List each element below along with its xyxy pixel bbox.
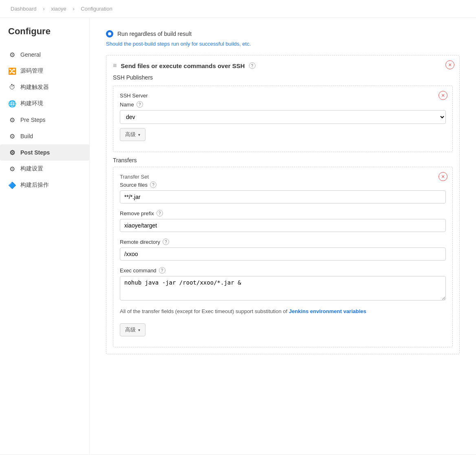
breadcrumb-sep2: › [73,6,76,12]
plugin-title: Send files or execute commands over SSH [121,62,245,69]
sidebar-item-label: Build [20,133,33,139]
sidebar-item-build[interactable]: ⚙ Build [0,128,89,144]
plugin-question-badge[interactable]: ? [249,62,256,69]
ssh-server-select[interactable]: dev [120,110,446,124]
sidebar-item-postbuild[interactable]: 🔷 构建后操作 [0,177,89,193]
gear-icon-settings: ⚙ [8,165,16,173]
plugin-header: ≡ Send files or execute commands over SS… [113,62,453,69]
info-text: All of the transfer fields (except for E… [120,308,446,314]
globe-icon: 🌐 [8,99,16,108]
drag-icon[interactable]: ≡ [113,62,117,69]
sidebar-item-label: 构建环境 [20,100,43,107]
diamond-icon: 🔷 [8,181,16,189]
sidebar-item-trigger[interactable]: ⏱ 构建触发器 [0,79,89,95]
toggle-label: Run regardless of build result [117,31,192,37]
chevron-down-icon: ▾ [138,133,140,137]
sidebar-item-presteps[interactable]: ⚙ Pre Steps [0,112,89,128]
gear-icon-build: ⚙ [8,132,16,140]
exec-command-group: Exec command ? nohub java -jar /root/xxo… [120,267,446,302]
sidebar-item-env[interactable]: 🌐 构建环境 [0,95,89,112]
page-title: Configure [0,26,89,46]
source-files-input[interactable] [120,190,446,203]
transfers-label: Transfers [113,157,453,163]
source-files-group: Transfer Set Source files ? [120,174,446,203]
ssh-publishers-label: SSH Publishers [113,74,453,81]
exec-command-textarea[interactable]: nohub java -jar /root/xxoo/*.jar & [120,276,446,300]
advanced-label: 高级 [125,131,136,138]
source-files-label: Source files ? [120,181,446,188]
sidebar-item-label: 构建触发器 [20,84,49,91]
breadcrumb-config: Configuration [81,6,112,12]
exec-command-label: Exec command ? [120,267,446,274]
ssh-server-advanced-btn[interactable]: 高级 ▾ [120,128,145,141]
sidebar-item-label: 源码管理 [20,67,43,75]
gear-icon-post: ⚙ [8,148,16,157]
plugin-card: ≡ Send files or execute commands over SS… [106,55,460,354]
transfer-set-card: × Transfer Set Source files ? Remove pre… [113,167,453,347]
remove-prefix-label: Remove prefix ? [120,210,446,216]
ssh-server-card: × SSH Server Name ? dev 高级 ▾ [113,86,453,152]
sidebar-item-label: Pre Steps [20,117,45,123]
sidebar-item-buildsettings[interactable]: ⚙ 构建设置 [0,161,89,177]
toggle-row: Run regardless of build result [106,30,460,38]
name-question-badge[interactable]: ? [137,101,143,108]
clock-icon: ⏱ [8,83,16,91]
transfer-set-title: Transfer Set [120,174,446,180]
sidebar-item-poststeps[interactable]: ⚙ Post Steps [0,144,89,161]
remove-prefix-group: Remove prefix ? [120,210,446,232]
sidebar-item-label: 构建设置 [20,165,43,172]
plugin-close-btn[interactable]: × [445,60,454,69]
breadcrumb-dashboard[interactable]: Dashboard [11,6,37,12]
source-question-badge[interactable]: ? [150,181,156,188]
remote-dir-label: Remote directory ? [120,239,446,245]
ssh-server-title: SSH Server [120,93,446,99]
ssh-server-close-btn[interactable]: × [439,91,447,100]
remote-dir-input[interactable] [120,247,446,261]
remote-dir-question-badge[interactable]: ? [163,239,169,245]
transfer-advanced-label: 高级 [125,326,136,334]
remove-prefix-question-badge[interactable]: ? [156,210,163,216]
remote-dir-group: Remote directory ? [120,239,446,261]
branch-icon: 🔀 [8,67,16,75]
toggle-circle[interactable] [106,30,113,38]
jenkins-env-link[interactable]: Jenkins environment variables [289,308,366,314]
remove-prefix-input[interactable] [120,219,446,232]
exec-question-badge[interactable]: ? [159,267,165,274]
breadcrumb-sep1: › [43,6,46,12]
transfer-advanced-btn[interactable]: 高级 ▾ [120,323,145,336]
toggle-sub: Should the post-build steps run only for… [106,41,460,47]
sidebar-item-label: 构建后操作 [20,181,49,189]
breadcrumb: Dashboard › xiaoye › Configuration [0,0,476,18]
gear-icon: ⚙ [8,51,16,59]
transfer-set-close-btn[interactable]: × [439,172,447,181]
sidebar-item-label: General [20,51,41,58]
sidebar-item-label: Post Steps [20,149,50,156]
sidebar-item-general[interactable]: ⚙ General [0,46,89,63]
gear-icon-pre: ⚙ [8,116,16,124]
name-label: Name ? [120,101,446,108]
sidebar-item-source[interactable]: 🔀 源码管理 [0,63,89,79]
breadcrumb-xiaoye[interactable]: xiaoye [51,6,66,12]
transfer-chevron-icon: ▾ [138,328,140,332]
